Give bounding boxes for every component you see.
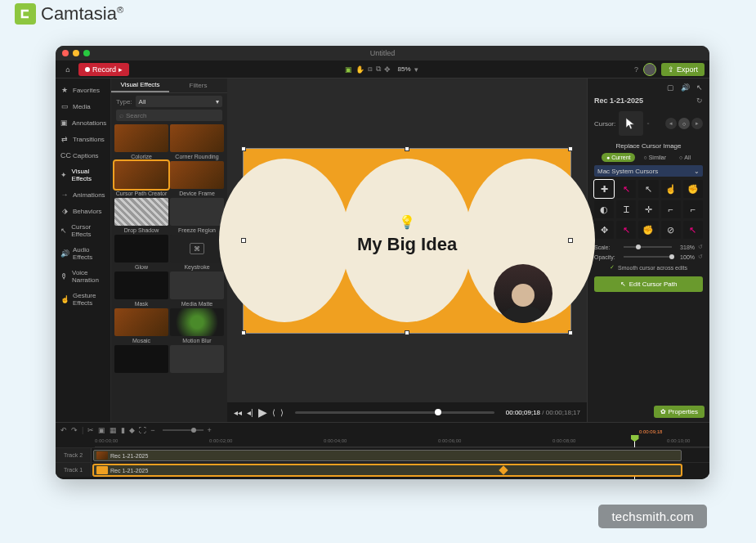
opacity-slider[interactable]	[624, 256, 672, 258]
cursor-crosshair[interactable]: ✛	[638, 200, 658, 218]
refresh-icon[interactable]: ↻	[696, 96, 703, 105]
preview-frame[interactable]: 💡 My Big Idea	[244, 149, 570, 333]
home-button[interactable]: ⌂	[60, 63, 75, 76]
effect-corner-rounding[interactable]: Corner Rounding	[170, 124, 224, 159]
sidebar-item-captions[interactable]: CCCaptions	[56, 147, 110, 164]
zoom-fit-icon[interactable]: ⛶	[139, 426, 146, 434]
effect-keystroke[interactable]: ⌘Keystroke	[170, 235, 224, 270]
resize-handle[interactable]	[241, 238, 246, 243]
cursor-tool-icon[interactable]: ↖	[696, 83, 703, 92]
effect-glow[interactable]: Glow	[114, 235, 168, 270]
marker-icon[interactable]: ◆	[129, 426, 135, 434]
selection-tool-icon[interactable]: ▣	[345, 65, 352, 74]
resize-handle[interactable]	[405, 330, 409, 335]
undo-icon[interactable]: ↶	[60, 426, 67, 434]
minimize-icon[interactable]	[73, 50, 79, 56]
cursor-add[interactable]: ✚	[594, 180, 614, 198]
chevron-down-icon[interactable]: ▾	[414, 65, 418, 74]
record-button[interactable]: Record ▸	[78, 63, 129, 76]
cursor-preview[interactable]	[619, 111, 643, 136]
effect-item[interactable]	[170, 345, 224, 375]
effect-item[interactable]	[114, 345, 168, 375]
display-icon[interactable]: ▢	[667, 83, 674, 92]
prev-clip-button[interactable]: ◂◂	[234, 408, 242, 417]
resize-handle[interactable]	[405, 146, 409, 151]
tab-visual-effects[interactable]: Visual Effects	[111, 79, 169, 92]
cursor-link-pink[interactable]: ↖	[616, 221, 636, 239]
cursor-move[interactable]: ✥	[594, 221, 614, 239]
resize-handle[interactable]	[241, 146, 246, 151]
timeline-ruler[interactable]: 0:00:09;18 0:00:00;000:00:02;000:00:04;0…	[95, 438, 709, 447]
resize-handle[interactable]	[568, 146, 573, 151]
smooth-cursor-checkbox[interactable]: ✓ Smooth cursor across edits	[591, 262, 706, 273]
cursor-grab[interactable]: ✊	[683, 180, 703, 198]
track-label[interactable]: Track 2	[56, 448, 92, 462]
resize-handle[interactable]	[568, 330, 573, 335]
pan-icon[interactable]: ✥	[384, 65, 391, 74]
type-select[interactable]: All▾	[136, 96, 222, 107]
webcam-overlay[interactable]	[494, 264, 552, 323]
timeline-zoom-slider[interactable]	[163, 429, 204, 431]
help-icon[interactable]: ?	[634, 65, 638, 74]
effect-device-frame[interactable]: Device Frame	[170, 161, 224, 196]
clip[interactable]: Rec 1-21-2025	[93, 464, 682, 476]
paste-icon[interactable]: ▦	[110, 426, 117, 434]
next-frame-button[interactable]: ⟨	[272, 408, 275, 417]
redo-icon[interactable]: ↷	[71, 426, 78, 434]
cursor-arrow[interactable]: ↖	[638, 180, 658, 198]
prev-frame-button[interactable]: ◂|	[247, 408, 253, 417]
pill-current[interactable]: ●Current	[602, 153, 636, 162]
clip[interactable]: Rec 1-21-2025	[93, 450, 682, 461]
magnet-icon[interactable]: ⧈	[368, 65, 373, 74]
scale-slider[interactable]	[624, 246, 672, 248]
sidebar-item-transitions[interactable]: ⇄Transitions	[56, 131, 110, 147]
track-lane[interactable]: Rec 1-21-2025	[92, 463, 709, 477]
effect-mosaic[interactable]: Mosaic	[114, 308, 168, 343]
pill-all[interactable]: ○All	[674, 153, 696, 162]
track-lane[interactable]: Rec 1-21-2025	[92, 448, 709, 462]
close-icon[interactable]	[62, 50, 69, 56]
cursor-next-button[interactable]: ▸	[691, 118, 703, 129]
cursor-prev-button[interactable]: ◂	[665, 118, 677, 129]
export-button[interactable]: ⇪ Export	[661, 63, 705, 76]
split-icon[interactable]: ▮	[121, 426, 125, 434]
scrubber[interactable]	[295, 411, 494, 414]
reset-icon[interactable]: ↺	[698, 244, 703, 250]
cursor-ibeam[interactable]: Ꮖ	[616, 200, 636, 218]
crop-icon[interactable]: ⧉	[376, 65, 381, 74]
cursor-copy-pink[interactable]: ↖	[683, 221, 703, 239]
sidebar-item-media[interactable]: ▭Media	[56, 98, 110, 114]
effect-mask[interactable]: Mask	[114, 272, 168, 307]
sidebar-item-favorites[interactable]: ★Favorites	[56, 82, 110, 98]
cursor-spinner[interactable]: ◐	[594, 200, 614, 218]
maximize-icon[interactable]	[83, 50, 90, 56]
zoom-level[interactable]: 85%	[397, 65, 410, 73]
effect-drop-shadow[interactable]: Drop Shadow	[114, 198, 168, 233]
sidebar-item-voice-narration[interactable]: 🎙Voice Narration	[56, 265, 110, 288]
hand-tool-icon[interactable]: ✋	[356, 65, 365, 74]
cursor-closed-hand[interactable]: ✊	[638, 221, 658, 239]
resize-handle[interactable]	[241, 330, 246, 335]
cut-icon[interactable]: ✂	[87, 426, 94, 434]
cursor-not-allowed[interactable]: ⊘	[661, 221, 681, 239]
cursor-point[interactable]: ☝	[661, 180, 681, 198]
zoom-in-icon[interactable]: +	[208, 426, 212, 434]
sidebar-item-behaviors[interactable]: ⬗Behaviors	[56, 203, 110, 219]
window-controls[interactable]	[62, 50, 90, 56]
canvas-preview[interactable]: 💡 My Big Idea	[227, 79, 587, 402]
play-button[interactable]: ▶	[258, 406, 267, 419]
effect-media-matte[interactable]: Media Matte	[170, 272, 224, 307]
cursor-resize-corner[interactable]: ⌐	[683, 200, 703, 218]
sidebar-item-animations[interactable]: →Animations	[56, 186, 110, 203]
effect-freeze-region[interactable]: Freeze Region	[170, 198, 224, 233]
effect-cursor-path-creator[interactable]: Cursor Path Creator	[114, 161, 168, 196]
search-input[interactable]	[126, 112, 219, 119]
sidebar-item-cursor-effects[interactable]: ↖Cursor Effects	[56, 219, 110, 242]
sidebar-item-gesture-effects[interactable]: ☝Gesture Effects	[56, 288, 110, 311]
tab-filters[interactable]: Filters	[169, 79, 227, 92]
reset-icon[interactable]: ↺	[698, 254, 703, 260]
cursor-resize-l[interactable]: ⌐	[661, 200, 681, 218]
effects-search[interactable]: ⌕	[116, 110, 222, 121]
volume-icon[interactable]: 🔊	[681, 83, 690, 92]
cursor-alias-pink[interactable]: ↖	[616, 180, 636, 198]
